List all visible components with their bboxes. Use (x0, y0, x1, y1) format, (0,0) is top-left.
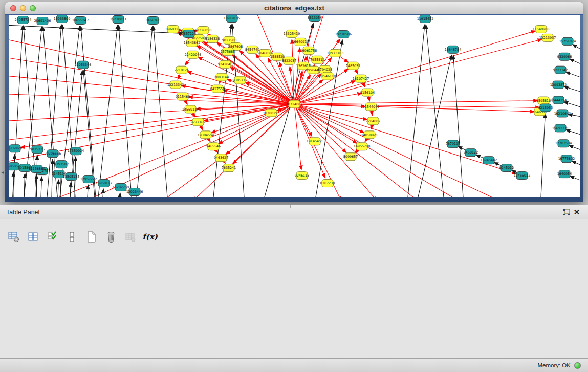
minimize-window-button[interactable] (20, 5, 26, 11)
graph-node[interactable]: 16107427 (353, 75, 369, 82)
svg-text:9305713: 9305713 (233, 78, 247, 82)
hide-panel-arrow[interactable]: ◂ (1, 169, 5, 176)
graph-node[interactable]: 16648784 (445, 46, 461, 53)
graph-node[interactable]: 17703504 (555, 140, 572, 147)
graph-node[interactable]: 8427552 (210, 85, 225, 93)
graph-node[interactable]: 12093872 (550, 81, 567, 89)
svg-text:8960123: 8960123 (166, 27, 180, 31)
graph-node[interactable]: 1595810 (536, 97, 551, 104)
graph-node[interactable]: 11544049 (363, 103, 379, 111)
graph-node[interactable]: 9305713 (233, 76, 247, 84)
graph-node[interactable]: 9397587 (54, 161, 69, 168)
graph-node[interactable]: 20206556 (45, 150, 61, 158)
graph-node[interactable]: 12213937 (539, 34, 556, 41)
graph-node[interactable]: 18919105 (224, 15, 240, 22)
graph-node[interactable]: 8822037 (282, 57, 296, 64)
svg-text:9015135: 9015135 (30, 147, 45, 151)
graph-node[interactable]: 9465546 (206, 143, 221, 150)
graph-node[interactable]: 7857224 (182, 30, 196, 37)
graph-node[interactable]: 8186328 (205, 35, 220, 42)
graph-node[interactable]: 9777169 (191, 118, 205, 126)
graph-node[interactable]: 7635241 (222, 164, 236, 172)
graph-node[interactable]: 16033809 (54, 15, 70, 23)
graph-node[interactable]: 9015135 (30, 146, 45, 154)
svg-text:19384554: 19384554 (198, 133, 214, 137)
function-builder-icon[interactable]: f(x) (143, 230, 157, 244)
graph-node[interactable]: 7679197 (446, 140, 460, 148)
graph-node[interactable]: 16640910 (292, 38, 309, 46)
graph-node[interactable]: 8960123 (166, 25, 180, 33)
graph-node[interactable]: 8187230 (320, 180, 335, 187)
citation-edge-black (98, 25, 118, 197)
graph-node[interactable]: 14955798 (354, 143, 370, 150)
svg-text:12213937: 12213937 (539, 36, 556, 40)
zoom-window-button[interactable] (30, 5, 36, 11)
citation-edge-black (408, 25, 425, 197)
graph-node[interactable]: 21053346 (75, 61, 91, 69)
delete-column-icon[interactable] (104, 230, 118, 244)
graph-node[interactable]: 11548908 (533, 25, 549, 33)
graph-node[interactable]: 11973103 (327, 49, 343, 57)
svg-text:24055724: 24055724 (15, 18, 31, 22)
graph-node[interactable]: 9329966 (557, 53, 572, 60)
close-panel-icon[interactable]: ✕ (572, 208, 582, 217)
graph-node[interactable]: 7204007 (366, 117, 380, 125)
graph-node[interactable]: 13958167 (96, 180, 112, 187)
graph-node[interactable]: 8466160 (146, 16, 160, 24)
float-panel-icon[interactable] (561, 208, 572, 217)
graph-node[interactable]: 9463627 (214, 154, 228, 162)
svg-text:7204007: 7204007 (366, 119, 380, 123)
graph-node[interactable]: 17359924 (68, 147, 84, 155)
graph-node[interactable]: 13325419 (284, 30, 300, 37)
graph-node[interactable]: 25160650 (9, 145, 23, 152)
graph-node[interactable]: 16210643 (554, 110, 571, 117)
graph-node[interactable]: 15278021 (110, 15, 126, 23)
graph-node[interactable]: 9115460 (176, 93, 190, 100)
graph-node[interactable]: 9245012 (499, 164, 514, 172)
svg-text:17703504: 17703504 (555, 141, 572, 145)
graph-node[interactable]: 9156104 (360, 89, 375, 96)
graph-node[interactable]: 15692371 (552, 124, 569, 132)
graph-node[interactable]: 7955812 (310, 56, 324, 63)
graph-node[interactable]: 12444154 (550, 96, 567, 104)
window-titlebar[interactable]: citations_edges.txt (5, 2, 583, 14)
graph-node[interactable]: 8099657 (343, 153, 358, 161)
graph-node[interactable]: 12213343 (167, 81, 184, 89)
graph-node[interactable]: 14850921 (361, 131, 378, 139)
close-window-button[interactable] (10, 5, 16, 11)
graph-node[interactable]: 14569117 (182, 105, 199, 113)
graph-node[interactable]: 16961758 (300, 47, 317, 54)
svg-text:10655247: 10655247 (72, 18, 89, 23)
graph-node[interactable]: 8813054 (308, 15, 322, 21)
svg-text:11156869: 11156869 (29, 167, 45, 171)
memory-status-indicator[interactable] (574, 362, 581, 369)
graph-node[interactable]: 9227342 (553, 66, 568, 74)
table-mode-icon[interactable] (7, 230, 20, 244)
graph-node[interactable]: 9246113 (295, 172, 309, 180)
graph-node[interactable]: 2718126 (175, 66, 189, 74)
graph-node[interactable]: 8215953 (538, 104, 553, 112)
graph-node[interactable]: 1640954 (557, 170, 572, 178)
graph-node[interactable]: 1575685 (221, 48, 235, 55)
graph-node[interactable]: 9242848 (218, 60, 232, 68)
citation-edge-black (41, 177, 42, 197)
graph-node[interactable]: 7485031 (346, 62, 360, 70)
graph-node[interactable]: 10655247 (72, 16, 89, 24)
select-rows-icon[interactable] (46, 230, 59, 244)
panel-splitter-handle[interactable] (290, 205, 298, 208)
citation-edge-red (294, 104, 301, 170)
row-height-icon[interactable] (66, 230, 79, 244)
graph-node[interactable]: 19218506 (335, 30, 352, 38)
graph-node[interactable]: 24055724 (15, 16, 31, 24)
graph-node[interactable]: 13226058 (195, 26, 211, 34)
graph-node[interactable]: 20691406 (34, 17, 51, 25)
graph-node[interactable]: 15751074 (559, 37, 576, 45)
show-columns-icon[interactable] (27, 230, 40, 244)
network-canvas[interactable]: 8960123891295513226058982750381863281654… (9, 15, 580, 197)
graph-node[interactable]: 11915452 (417, 15, 433, 23)
graph-node[interactable]: 2803144 (214, 73, 229, 81)
graph-node[interactable]: 9450122 (464, 149, 478, 157)
create-column-icon[interactable] (85, 230, 98, 244)
graph-node[interactable]: 19384554 (198, 131, 214, 139)
svg-text:13505135: 13505135 (63, 174, 79, 179)
